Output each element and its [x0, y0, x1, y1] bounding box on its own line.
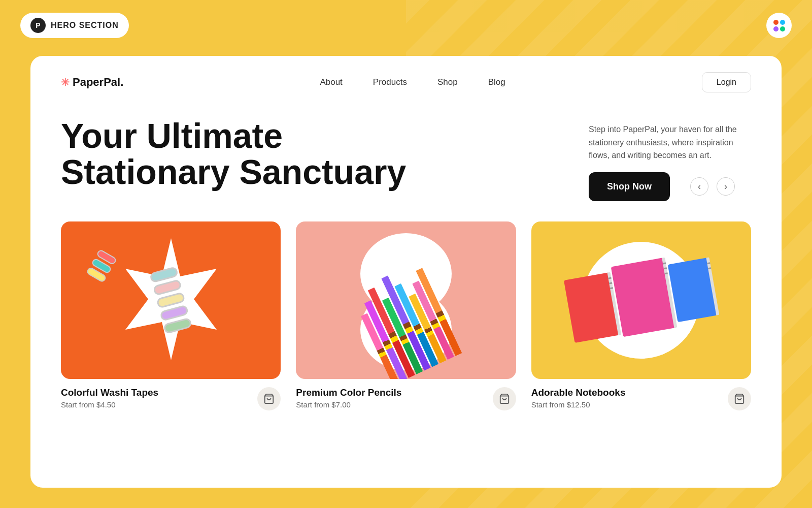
shop-now-button[interactable]: Shop Now — [589, 172, 670, 201]
nav-item-about[interactable]: About — [320, 77, 342, 87]
product-info-notebooks: Adorable Notebooks Start from $12.50 — [531, 387, 626, 409]
product-image-pencils — [296, 221, 516, 379]
nav-links: About Products Shop Blog — [320, 77, 505, 87]
product-price-pencils: Start from $7.00 — [296, 400, 401, 409]
hero-description: Step into PaperPal, your haven for all t… — [589, 123, 751, 162]
hero-title: Your Ultimate Stationary Sanctuary — [61, 118, 447, 201]
nav-link-shop[interactable]: Shop — [437, 77, 458, 87]
product-info-pencils: Premium Color Pencils Start from $7.00 — [296, 387, 401, 409]
nav-item-shop[interactable]: Shop — [437, 77, 458, 87]
figma-dot-green — [780, 26, 785, 31]
logo-star: ✳ — [61, 76, 70, 88]
cart-button-washi[interactable] — [257, 387, 281, 410]
product-card-pencils: Premium Color Pencils Start from $7.00 — [296, 221, 516, 410]
hero-right: Step into PaperPal, your haven for all t… — [589, 118, 751, 201]
products-grid: Colorful Washi Tapes Start from $4.50 — [61, 221, 751, 410]
nav-link-about[interactable]: About — [320, 77, 342, 87]
next-arrow[interactable]: › — [717, 177, 735, 196]
badge-text: HERO SECTION — [51, 21, 119, 30]
badge-icon: P — [30, 18, 46, 33]
figma-icon — [766, 13, 792, 38]
nav-link-products[interactable]: Products — [373, 77, 407, 87]
nav-item-products[interactable]: Products — [373, 77, 407, 87]
cart-button-notebooks[interactable] — [728, 387, 751, 410]
navbar: ✳ PaperPal. About Products Shop Blog Log… — [61, 56, 751, 103]
product-name-washi: Colorful Washi Tapes — [61, 387, 158, 398]
logo: ✳ PaperPal. — [61, 76, 123, 89]
product-image-washi — [61, 221, 281, 379]
nav-item-blog[interactable]: Blog — [488, 77, 505, 87]
carousel-arrows: ‹ › — [690, 177, 735, 196]
prev-arrow[interactable]: ‹ — [690, 177, 708, 196]
product-card-washi: Colorful Washi Tapes Start from $4.50 — [61, 221, 281, 410]
hero-content: Your Ultimate Stationary Sanctuary Step … — [61, 103, 751, 201]
nav-link-blog[interactable]: Blog — [488, 77, 505, 87]
product-footer-notebooks: Adorable Notebooks Start from $12.50 — [531, 387, 751, 410]
top-bar: P HERO SECTION — [0, 0, 812, 51]
hero-badge: P HERO SECTION — [20, 13, 129, 38]
cart-button-pencils[interactable] — [493, 387, 516, 410]
figma-dot-purple — [773, 26, 779, 31]
product-footer-washi: Colorful Washi Tapes Start from $4.50 — [61, 387, 281, 410]
figma-dot-blue — [780, 20, 785, 25]
product-footer-pencils: Premium Color Pencils Start from $7.00 — [296, 387, 516, 410]
product-image-notebooks — [531, 221, 751, 379]
product-card-notebooks: Adorable Notebooks Start from $12.50 — [531, 221, 751, 410]
main-card: ✳ PaperPal. About Products Shop Blog Log… — [30, 56, 782, 488]
logo-name: PaperPal. — [73, 76, 123, 89]
product-name-notebooks: Adorable Notebooks — [531, 387, 626, 398]
figma-dot-red — [773, 20, 779, 25]
product-price-notebooks: Start from $12.50 — [531, 400, 626, 409]
product-name-pencils: Premium Color Pencils — [296, 387, 401, 398]
login-button[interactable]: Login — [702, 72, 751, 92]
product-info-washi: Colorful Washi Tapes Start from $4.50 — [61, 387, 158, 409]
product-price-washi: Start from $4.50 — [61, 400, 158, 409]
